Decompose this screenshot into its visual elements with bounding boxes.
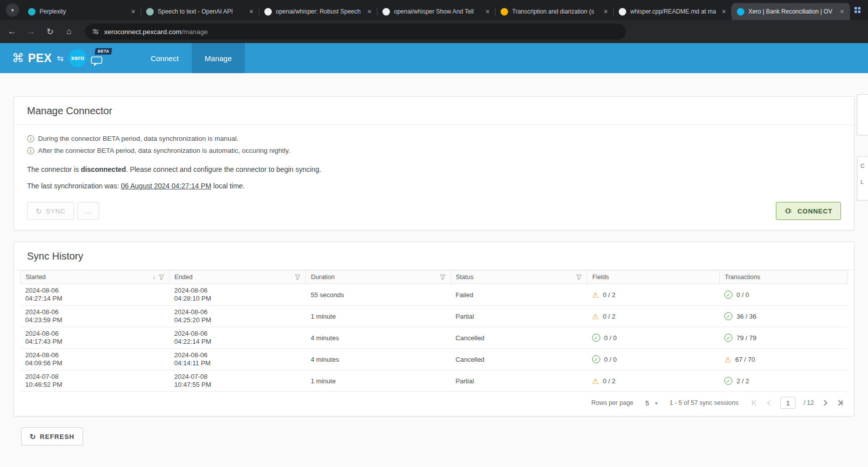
close-icon[interactable]: × <box>838 8 846 16</box>
tab-title: whisper.cpp/README.md at ma <box>630 8 716 15</box>
xero-favicon-icon <box>737 8 744 16</box>
table-row[interactable]: 2024-08-06 04:09:56 PM 2024-08-06 04:14:… <box>21 349 848 370</box>
nav-item-connect[interactable]: Connect <box>138 43 192 73</box>
close-icon[interactable]: × <box>365 8 373 16</box>
close-icon[interactable]: × <box>720 8 728 16</box>
tab-title: Xero | Bank Reconciliation | OV <box>748 8 834 15</box>
xero-logo-text: xero <box>71 55 84 62</box>
browser-tab[interactable]: Transcription and diarization (s × <box>496 3 614 20</box>
transactions-value: 67 / 70 <box>735 356 755 363</box>
last-page-icon[interactable] <box>837 399 844 406</box>
pagination-range-text: 1 - 5 of 57 sync sessions <box>670 399 739 406</box>
connect-button[interactable]: CONNECT <box>776 202 841 220</box>
table-row[interactable]: 2024-07-08 10:46:52 PM 2024-07-08 10:47:… <box>21 370 848 392</box>
duration-cell: 4 minutes <box>306 327 451 349</box>
close-icon[interactable]: × <box>602 8 610 16</box>
sync-button[interactable]: ↻ SYNC <box>27 202 74 220</box>
sync-icon: ↻ <box>36 207 42 215</box>
last-sync-timestamp[interactable]: 06 August 2024 04:27:14 PM <box>121 182 212 190</box>
transactions-value: 0 / 0 <box>736 291 749 299</box>
browser-tab[interactable]: Xero | Bank Reconciliation | OV × <box>732 3 850 20</box>
manage-connector-body: ⓘ During the connector BETA period, data… <box>14 125 854 230</box>
ended-time: 04:25:20 PM <box>174 316 301 324</box>
url-text: xeroconnect.pexcard.com/manage <box>104 28 208 36</box>
grid-icon[interactable] <box>854 7 861 14</box>
tab-title: openai/whisper Show And Tell <box>394 8 480 15</box>
started-date: 2024-08-06 <box>26 287 165 295</box>
check-circle-icon: ✓ <box>592 334 600 342</box>
colab-favicon-icon <box>501 8 508 16</box>
previous-page-icon[interactable] <box>765 399 772 406</box>
column-header-ended[interactable]: Ended <box>169 271 306 284</box>
rows-per-page-select[interactable]: 5 ▾ <box>645 399 657 407</box>
beta-badge: BETA <box>95 48 112 55</box>
table-row[interactable]: 2024-08-06 04:17:43 PM 2024-08-06 04:22:… <box>21 327 848 349</box>
duration-cell: 1 minute <box>306 306 451 327</box>
swap-arrows-icon: ⇆ <box>57 54 64 63</box>
github-favicon-icon <box>619 8 626 16</box>
browser-tab[interactable]: openai/whisper: Robust Speech × <box>259 3 377 20</box>
sort-desc-icon[interactable]: ↓ <box>153 274 156 281</box>
refresh-button-label: REFRESH <box>40 433 75 440</box>
table-row[interactable]: 2024-08-06 04:23:59 PM 2024-08-06 04:25:… <box>21 306 848 327</box>
filter-icon[interactable] <box>440 274 446 280</box>
nav-item-manage[interactable]: Manage <box>192 43 245 73</box>
close-icon[interactable]: × <box>484 8 492 16</box>
connector-actions: ↻ SYNC … CONNECT <box>27 202 841 220</box>
column-header-started[interactable]: Started ↓ <box>21 271 170 284</box>
close-icon[interactable]: × <box>247 8 255 16</box>
column-header-duration[interactable]: Duration <box>306 271 451 284</box>
column-header-status[interactable]: Status <box>451 271 587 284</box>
column-header-fields[interactable]: Fields <box>587 271 719 284</box>
ended-date: 2024-08-06 <box>174 351 301 359</box>
filter-icon[interactable] <box>159 274 164 280</box>
first-page-icon[interactable] <box>750 399 757 406</box>
warning-icon: ⚠ <box>724 356 731 363</box>
refresh-button[interactable]: ↻ REFRESH <box>21 427 83 445</box>
last-sync-line: The last synchronization was: 06 August … <box>27 182 841 190</box>
fields-cell: ✓0 / 0 <box>587 327 719 349</box>
ended-cell: 2024-08-06 04:22:14 PM <box>169 327 306 349</box>
back-icon[interactable]: ← <box>7 27 17 37</box>
xero-logo: xero <box>69 49 87 67</box>
home-icon[interactable]: ⌂ <box>64 27 74 37</box>
close-icon[interactable]: × <box>129 8 137 16</box>
column-header-transactions[interactable]: Transactions <box>719 271 847 284</box>
check-circle-icon: ✓ <box>724 312 732 320</box>
tab-search-button[interactable]: ▾ <box>6 4 19 17</box>
site-settings-icon[interactable] <box>92 28 99 35</box>
started-date: 2024-07-08 <box>26 373 165 381</box>
filter-icon[interactable] <box>295 274 300 280</box>
browser-tab[interactable]: Speech to text - OpenAI API × <box>141 3 259 20</box>
chevron-down-icon: ▾ <box>655 400 658 406</box>
reload-icon[interactable]: ↻ <box>45 27 55 37</box>
transactions-value: 79 / 79 <box>736 334 756 342</box>
warning-icon: ⚠ <box>592 377 599 385</box>
status-suffix: . Please connect and configure the conne… <box>126 165 321 173</box>
column-label: Duration <box>311 274 334 281</box>
page-number-input[interactable]: 1 <box>780 397 795 409</box>
started-time: 04:17:43 PM <box>26 338 165 346</box>
browser-tab[interactable]: openai/whisper Show And Tell × <box>377 3 496 20</box>
column-label: Transactions <box>725 274 760 281</box>
filter-icon[interactable] <box>576 274 582 280</box>
ended-cell: 2024-07-08 10:47:55 PM <box>169 370 306 392</box>
sync-history-rows: 2024-08-06 04:27:14 PM 2024-08-06 04:28:… <box>21 284 848 392</box>
address-bar[interactable]: xeroconnect.pexcard.com/manage <box>85 24 626 40</box>
ended-date: 2024-08-06 <box>174 287 301 295</box>
browser-tab[interactable]: Perplexity × <box>23 3 141 20</box>
more-options-button[interactable]: … <box>77 202 99 220</box>
started-cell: 2024-08-06 04:27:14 PM <box>21 284 170 306</box>
page-content: Manage Connector ⓘ During the connector … <box>0 73 868 445</box>
rows-per-page-label: Rows per page <box>591 399 633 406</box>
ended-time: 04:14:11 PM <box>174 359 301 367</box>
forward-icon[interactable]: → <box>26 27 36 37</box>
table-row[interactable]: 2024-08-06 04:27:14 PM 2024-08-06 04:28:… <box>21 284 848 306</box>
info-icon: ⓘ <box>27 145 34 157</box>
tab-title: Transcription and diarization (s <box>512 8 598 15</box>
last-sync-prefix: The last synchronization was: <box>27 182 121 190</box>
next-page-icon[interactable] <box>822 399 829 406</box>
sync-history-card: Sync History Started ↓ <box>14 242 854 416</box>
started-time: 04:23:59 PM <box>26 316 165 324</box>
browser-tab[interactable]: whisper.cpp/README.md at ma × <box>614 3 732 20</box>
